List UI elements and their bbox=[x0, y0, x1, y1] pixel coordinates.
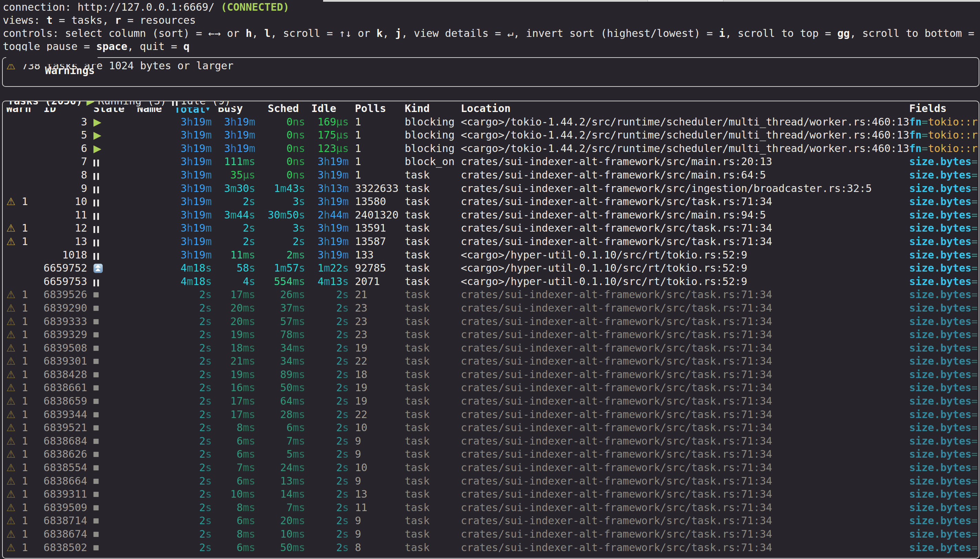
tokio-console-app: connection: http://127.0.0.1:6669/ (CONN… bbox=[0, 0, 980, 559]
cell-warn bbox=[6, 116, 37, 129]
cell-kind: task bbox=[405, 208, 455, 222]
cell-name bbox=[137, 155, 174, 169]
task-row[interactable]: ⚠ 168386592s17ms64ms2s19taskcrates/sui-i… bbox=[6, 395, 978, 408]
cell-busy: 6ms bbox=[218, 514, 255, 528]
task-row[interactable]: 83h19m35µs0ns3h19m1taskcrates/sui-indexe… bbox=[6, 169, 978, 182]
cell-location: crates/sui-indexer-alt-framework/src/tas… bbox=[461, 514, 909, 528]
cell-sched: 3s bbox=[268, 222, 305, 235]
task-row[interactable]: 3▶3h19m3h19m0ns169µs1blocking<cargo>/tok… bbox=[6, 116, 978, 129]
task-row[interactable]: ⚠ 168395212s8ms6ms2s10taskcrates/sui-ind… bbox=[6, 421, 978, 435]
cell-kind: task bbox=[405, 381, 455, 395]
scrollbar-track[interactable] bbox=[323, 0, 980, 2]
task-row[interactable]: 93h19m3m30s1m43s3h13m3322633taskcrates/s… bbox=[6, 182, 978, 195]
cell-name bbox=[137, 261, 174, 275]
cell-name bbox=[137, 208, 174, 222]
cell-total: 3h19m bbox=[174, 116, 212, 129]
task-row[interactable]: 73h19m111ms0ns3h19m1block_oncrates/sui-i… bbox=[6, 155, 978, 169]
cell-fields: size.bytes= bbox=[909, 514, 978, 528]
status-text: = tasks, bbox=[53, 14, 115, 26]
task-row[interactable]: ⚠ 168387142s6ms20ms2s9taskcrates/sui-ind… bbox=[6, 514, 978, 528]
task-row[interactable]: ⚠ 168393012s21ms34ms2s22taskcrates/sui-i… bbox=[6, 355, 978, 368]
task-row[interactable]: 6▶3h19m3h19m0ns123µs1blocking<cargo>/tok… bbox=[6, 142, 978, 155]
task-row[interactable]: ⚠ 168395082s18ms34ms2s19taskcrates/sui-i… bbox=[6, 342, 978, 355]
scrollbar-thumb[interactable] bbox=[647, 0, 723, 2]
column-header-kind[interactable]: Kind bbox=[405, 102, 455, 116]
stopped-state-icon bbox=[93, 399, 99, 404]
cell-idle: 175µs bbox=[311, 129, 349, 142]
cell-total: 2s bbox=[174, 395, 212, 408]
column-header-location[interactable]: Location bbox=[461, 102, 909, 116]
cell-kind: task bbox=[405, 261, 455, 275]
cell-fields: size.bytes= bbox=[909, 342, 978, 355]
cell-location: crates/sui-indexer-alt-framework/src/tas… bbox=[461, 528, 909, 541]
task-row[interactable]: ⚠ 168385542s7ms24ms2s10taskcrates/sui-in… bbox=[6, 461, 978, 475]
status-text: , view details = ↵, invert sort (highest… bbox=[401, 27, 719, 39]
cell-fields: size.bytes= bbox=[909, 222, 978, 235]
cell-total: 3h19m bbox=[174, 235, 212, 248]
task-row[interactable]: 113h19m3m44s30m50s2h44m2401320taskcrates… bbox=[6, 208, 978, 222]
cell-total: 3h19m bbox=[174, 169, 212, 182]
cell-id: 8 bbox=[43, 169, 87, 182]
idle-state-icon bbox=[93, 253, 99, 260]
task-row[interactable]: ⚠ 168393332s20ms57ms2s23taskcrates/sui-i… bbox=[6, 315, 978, 328]
task-row[interactable]: ⚠ 168386262s6ms5ms2s9taskcrates/sui-inde… bbox=[6, 448, 978, 461]
task-row[interactable]: 10183h19m11ms2ms3h19m133task<cargo>/hype… bbox=[6, 248, 978, 262]
cell-idle: 2s bbox=[311, 301, 349, 315]
task-row[interactable]: 5▶3h19m3h19m0ns175µs1blocking<cargo>/tok… bbox=[6, 129, 978, 142]
cell-location: crates/sui-indexer-alt-framework/src/tas… bbox=[461, 408, 909, 422]
cell-idle: 2s bbox=[311, 288, 349, 301]
task-row[interactable]: ⚠ 168386742s8ms10ms2s9taskcrates/sui-ind… bbox=[6, 528, 978, 541]
idle-state-icon bbox=[93, 173, 99, 180]
stopped-state-icon bbox=[93, 292, 99, 298]
cell-name bbox=[137, 288, 174, 301]
task-row[interactable]: ⚠ 168385022s6ms50ms2s8taskcrates/sui-ind… bbox=[6, 541, 978, 554]
cell-idle: 2s bbox=[311, 342, 349, 355]
cell-id: 6838428 bbox=[43, 368, 87, 382]
cell-state bbox=[93, 342, 131, 355]
cell-total: 2s bbox=[174, 435, 212, 448]
cell-idle: 3h13m bbox=[311, 182, 349, 195]
cell-warn: ⚠ 1 bbox=[6, 381, 37, 395]
column-header-polls[interactable]: Polls bbox=[355, 102, 398, 116]
cell-idle: 2s bbox=[311, 328, 349, 342]
task-row[interactable]: ⚠ 168395092s8ms7ms2s11taskcrates/sui-ind… bbox=[6, 501, 978, 514]
task-row[interactable]: ⚠ 1123h19m2s3s3h19m13591taskcrates/sui-i… bbox=[6, 222, 978, 235]
cell-state bbox=[93, 475, 131, 488]
stopped-state-icon bbox=[93, 385, 99, 390]
task-row[interactable]: ⚠ 168393112s10ms14ms2s13taskcrates/sui-i… bbox=[6, 488, 978, 501]
column-header-fields[interactable]: Fields bbox=[909, 102, 978, 116]
task-row[interactable]: ⚠ 1133h19m2s2s3h19m13587taskcrates/sui-i… bbox=[6, 235, 978, 248]
cell-location: crates/sui-indexer-alt-framework/src/tas… bbox=[461, 475, 909, 488]
task-row[interactable]: ⚠ 168393442s17ms28ms2s22taskcrates/sui-i… bbox=[6, 408, 978, 422]
cell-idle: 2s bbox=[311, 421, 349, 435]
task-row[interactable]: ⚠ 1103h19m2s3s3h19m13580taskcrates/sui-i… bbox=[6, 195, 978, 208]
stopped-state-icon bbox=[93, 359, 99, 364]
toggle-line: toggle pause = space, quit = q bbox=[3, 40, 980, 53]
cell-sched: 0ns bbox=[268, 155, 305, 169]
column-header-idle[interactable]: Idle bbox=[311, 102, 349, 116]
cell-busy: 6ms bbox=[218, 435, 255, 448]
task-row[interactable]: ⚠ 168384282s19ms89ms2s18taskcrates/sui-i… bbox=[6, 368, 978, 382]
cell-name bbox=[137, 528, 174, 541]
stopped-state-icon bbox=[93, 545, 99, 551]
cell-fields: size.bytes= bbox=[909, 315, 978, 328]
task-row[interactable]: ⚠ 168395262s17ms26ms2s21taskcrates/sui-i… bbox=[6, 288, 978, 301]
cell-name bbox=[137, 129, 174, 142]
task-row[interactable]: ⚠ 168392902s20ms37ms2s23taskcrates/sui-i… bbox=[6, 301, 978, 315]
cell-total: 2s bbox=[174, 328, 212, 342]
task-row[interactable]: ⚠ 168386642s6ms13ms2s9taskcrates/sui-ind… bbox=[6, 475, 978, 488]
task-row[interactable]: ⚠ 168386842s6ms7ms2s9taskcrates/sui-inde… bbox=[6, 435, 978, 448]
cell-fields: size.bytes= bbox=[909, 528, 978, 541]
cell-id: 6839311 bbox=[43, 488, 87, 501]
cell-name bbox=[137, 315, 174, 328]
warning-icon: ⚠ bbox=[6, 222, 15, 234]
stopped-state-icon bbox=[93, 372, 99, 377]
task-row[interactable]: 66597524m18s58s1m57s1m22s92785task<cargo… bbox=[6, 261, 978, 275]
cell-name bbox=[137, 514, 174, 528]
task-row[interactable]: ⚠ 168393292s19ms78ms2s23taskcrates/sui-i… bbox=[6, 328, 978, 342]
column-header-sched[interactable]: Sched bbox=[268, 102, 305, 116]
task-row[interactable]: 66597534m18s4s554ms4m13s2071task<cargo>/… bbox=[6, 275, 978, 288]
cell-name bbox=[137, 408, 174, 422]
cell-busy: 6ms bbox=[218, 448, 255, 461]
task-row[interactable]: ⚠ 168386612s16ms50ms2s19taskcrates/sui-i… bbox=[6, 381, 978, 395]
